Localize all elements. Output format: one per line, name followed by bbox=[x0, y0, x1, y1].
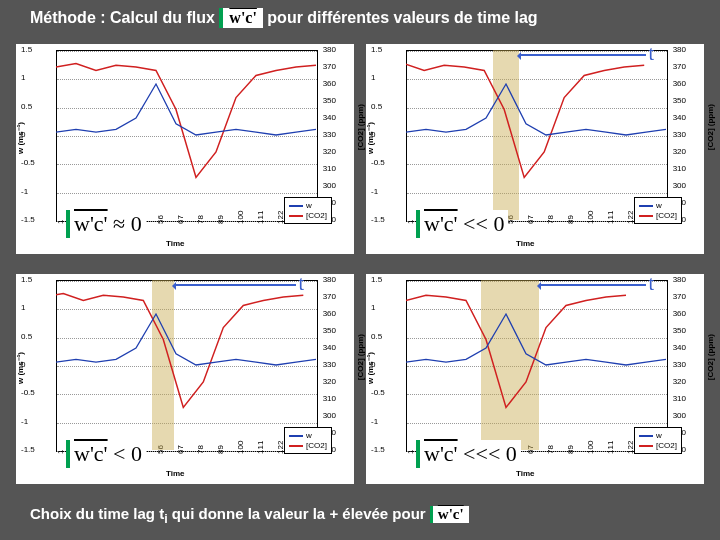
ytick-left: -0.5 bbox=[371, 158, 385, 167]
legend: w[CO2] bbox=[284, 427, 332, 454]
footer-flux-box: w'c' bbox=[430, 506, 469, 523]
ytick-left: -1.5 bbox=[21, 215, 35, 224]
ylabel-left: w (ms⁻¹) bbox=[16, 122, 25, 154]
ylabel-left: w (ms⁻¹) bbox=[16, 352, 25, 384]
ylabel-right: [CO2] (ppm) bbox=[706, 334, 715, 380]
co2-series bbox=[406, 294, 626, 408]
slide-title: Méthode : Calcul du flux w'c' pour diffé… bbox=[30, 8, 538, 28]
flux-equation: w'c' < 0 bbox=[66, 440, 146, 468]
ytick-right: 310 bbox=[673, 394, 686, 403]
xlabel: Time bbox=[516, 239, 535, 248]
timelag-arrow bbox=[174, 284, 296, 286]
ytick-right: 360 bbox=[323, 309, 336, 318]
flux-equation: w'c' <<< 0 bbox=[416, 440, 521, 468]
ytick-right: 330 bbox=[323, 360, 336, 369]
w-series bbox=[406, 314, 666, 365]
ytick-right: 380 bbox=[323, 45, 336, 54]
chart-panel: -1.5-1-0.500.511.52802903003103203303403… bbox=[10, 40, 360, 270]
ytick-left: 0.5 bbox=[371, 102, 382, 111]
ytick-left: -1 bbox=[371, 187, 378, 196]
w-series bbox=[406, 84, 666, 135]
ytick-right: 330 bbox=[673, 130, 686, 139]
ytick-right: 370 bbox=[673, 292, 686, 301]
ytick-right: 350 bbox=[323, 96, 336, 105]
ytick-left: 1 bbox=[21, 303, 25, 312]
ytick-right: 370 bbox=[323, 292, 336, 301]
co2-series bbox=[56, 294, 303, 408]
title-post: pour différentes valeurs de time lag bbox=[267, 9, 537, 26]
footer-pre: Choix du time lag t bbox=[30, 505, 164, 522]
xtick: 1 bbox=[56, 450, 65, 454]
ytick-left: 1 bbox=[371, 73, 375, 82]
legend: w[CO2] bbox=[634, 197, 682, 224]
ytick-left: -1.5 bbox=[21, 445, 35, 454]
chart-panel: -1.5-1-0.500.511.52802903003103203303403… bbox=[360, 40, 710, 270]
ytick-right: 350 bbox=[673, 326, 686, 335]
timelag-label: t bbox=[648, 42, 654, 69]
ytick-left: -1.5 bbox=[371, 215, 385, 224]
ytick-right: 340 bbox=[323, 113, 336, 122]
ytick-right: 340 bbox=[673, 113, 686, 122]
xtick: 1 bbox=[406, 220, 415, 224]
ytick-right: 360 bbox=[673, 79, 686, 88]
ytick-left: 0.5 bbox=[371, 332, 382, 341]
ylabel-right: [CO2] (ppm) bbox=[706, 104, 715, 150]
ytick-right: 300 bbox=[673, 411, 686, 420]
ytick-right: 310 bbox=[323, 164, 336, 173]
ytick-right: 310 bbox=[673, 164, 686, 173]
ytick-left: -0.5 bbox=[371, 388, 385, 397]
ytick-right: 350 bbox=[323, 326, 336, 335]
ytick-left: 1 bbox=[21, 73, 25, 82]
flux-equation: w'c' ≈ 0 bbox=[66, 210, 146, 238]
ytick-right: 300 bbox=[673, 181, 686, 190]
ytick-right: 340 bbox=[323, 343, 336, 352]
ytick-left: 1.5 bbox=[371, 275, 382, 284]
ytick-right: 380 bbox=[673, 45, 686, 54]
ytick-right: 330 bbox=[673, 360, 686, 369]
ytick-right: 320 bbox=[673, 147, 686, 156]
chart-panel: -1.5-1-0.500.511.52802903003103203303403… bbox=[10, 270, 360, 500]
w-series bbox=[56, 84, 316, 135]
ytick-right: 360 bbox=[323, 79, 336, 88]
ytick-left: -0.5 bbox=[21, 158, 35, 167]
chart-panel: -1.5-1-0.500.511.52802903003103203303403… bbox=[360, 270, 710, 500]
ytick-left: 0.5 bbox=[21, 332, 32, 341]
ytick-left: -0.5 bbox=[21, 388, 35, 397]
co2-series bbox=[56, 64, 316, 178]
ytick-right: 320 bbox=[673, 377, 686, 386]
ytick-left: -1 bbox=[21, 417, 28, 426]
ylabel-left: w (ms⁻¹) bbox=[366, 122, 375, 154]
ytick-right: 300 bbox=[323, 411, 336, 420]
ytick-left: 1.5 bbox=[21, 45, 32, 54]
xtick: 1 bbox=[406, 450, 415, 454]
chart-grid: -1.5-1-0.500.511.52802903003103203303403… bbox=[10, 40, 710, 500]
ytick-right: 350 bbox=[673, 96, 686, 105]
timelag-label: t bbox=[648, 272, 654, 299]
w-series bbox=[56, 314, 316, 365]
ytick-left: 1.5 bbox=[21, 275, 32, 284]
timelag-label: t bbox=[298, 272, 304, 299]
ytick-right: 330 bbox=[323, 130, 336, 139]
title-flux-box: w'c' bbox=[219, 8, 263, 28]
legend: w[CO2] bbox=[284, 197, 332, 224]
footer-mid: qui donne la valeur la + élevée pour bbox=[172, 505, 426, 522]
ytick-right: 320 bbox=[323, 147, 336, 156]
ytick-left: 1 bbox=[371, 303, 375, 312]
ytick-right: 340 bbox=[673, 343, 686, 352]
ytick-right: 380 bbox=[673, 275, 686, 284]
ytick-left: -1.5 bbox=[371, 445, 385, 454]
flux-equation: w'c' << 0 bbox=[416, 210, 508, 238]
ytick-left: -1 bbox=[371, 417, 378, 426]
title-pre: Méthode : Calcul du flux bbox=[30, 9, 215, 26]
ytick-left: 1.5 bbox=[371, 45, 382, 54]
footer-sub: i bbox=[164, 512, 167, 526]
ytick-right: 370 bbox=[323, 62, 336, 71]
ytick-right: 380 bbox=[323, 275, 336, 284]
ytick-right: 360 bbox=[673, 309, 686, 318]
timelag-arrow bbox=[519, 54, 646, 56]
xlabel: Time bbox=[166, 239, 185, 248]
timelag-arrow bbox=[539, 284, 646, 286]
xlabel: Time bbox=[166, 469, 185, 478]
ytick-right: 310 bbox=[323, 394, 336, 403]
ytick-right: 320 bbox=[323, 377, 336, 386]
